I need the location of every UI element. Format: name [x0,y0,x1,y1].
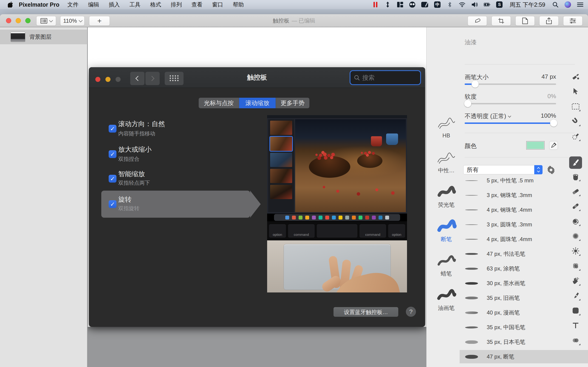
brush-row[interactable]: 47 px, 书法毛笔 [460,247,588,261]
brush-row[interactable]: 35 px, 中国毛笔 [460,321,588,334]
pause-icon[interactable] [372,1,379,8]
adjustments-button[interactable] [563,16,582,26]
divider [465,157,575,157]
brush-row[interactable]: 35 px, 日本毛笔 [460,335,588,349]
new-document-button[interactable] [515,16,535,26]
text-tool[interactable] [571,320,581,331]
display-app-icon[interactable] [421,2,428,7]
close-button[interactable] [6,18,11,23]
brush-row-selected[interactable]: 47 px, 断笔 [460,350,588,363]
opacity-value: 100% [510,112,556,119]
warp-tool[interactable] [571,276,581,286]
effects-tool[interactable] [571,335,581,345]
siri-icon[interactable] [565,1,571,8]
gesture-video-preview: option command command option [267,115,407,292]
annotate-button[interactable] [468,16,487,26]
key-command: command [359,224,386,238]
slider-knob[interactable] [550,119,557,127]
menu-view[interactable]: 查看 [187,1,207,8]
brush-category-broken-pen[interactable]: 断笔 [432,219,460,243]
canvas-area[interactable]: 触控板 搜索 光标与点按 滚动缩放 更多手势 ✓ 滚动方向：自然 内容随手指移动… [87,27,426,367]
tab-more-gestures: 更多手势 [276,98,309,108]
color-adjust-tool[interactable] [571,261,581,271]
menu-window[interactable]: 窗口 [207,1,228,8]
owl-app-icon[interactable] [409,2,415,8]
apple-menu[interactable] [8,2,13,8]
layer-label: 背景图层 [29,33,52,41]
brush-row[interactable]: 3 px, 圆珠笔 .3mm [460,218,588,231]
color-replace-tool[interactable] [571,72,581,82]
magnetic-select-tool[interactable] [571,116,581,126]
spark-app-icon[interactable]: S [496,1,502,8]
brush-row[interactable]: 5 px, 中性笔 .5 mm [460,177,588,187]
minimize-button[interactable] [16,18,21,23]
softness-slider[interactable] [465,103,556,104]
pencil-scribble-icon [436,150,457,165]
color-swatch[interactable] [526,141,545,150]
paint-tool[interactable] [569,156,582,169]
brush-filter-select[interactable]: 所有 [463,165,543,174]
updown-arrow-icon[interactable] [384,1,391,8]
view-options-button[interactable] [36,16,56,26]
brush-size-slider[interactable] [465,83,556,85]
input-source-icon[interactable]: 中 [434,1,441,8]
repair-tool[interactable] [571,201,581,211]
notification-center-icon[interactable] [577,1,583,8]
fullscreen-button[interactable] [25,18,31,23]
window-layout-icon[interactable] [397,1,403,8]
brush-row[interactable]: 30 px, 墨水画笔 [460,277,588,290]
sidebar-view-icon [40,18,47,24]
brush-category-neutral[interactable]: 中性… [432,150,460,174]
slider-knob[interactable] [472,81,479,88]
brush-row[interactable]: 35 px, 旧画笔 [460,291,588,305]
video-photo-sidebar [268,119,294,212]
tab-point-click: 光标与点按 [199,98,239,108]
brush-row[interactable]: 3 px, 钢珠笔 .3mm [460,189,588,202]
eyedropper-button[interactable] [549,141,558,150]
brush-category-hb[interactable]: HB [432,116,460,139]
shape-tool[interactable] [571,306,581,316]
brush-row[interactable]: 40 px, 漫画笔 [460,306,588,319]
add-button[interactable]: + [89,16,110,26]
menu-help[interactable]: 帮助 [228,1,249,8]
brush-settings-button[interactable] [547,166,555,175]
wifi-icon[interactable] [459,1,465,8]
volume-icon[interactable] [471,1,478,8]
menu-file[interactable]: 文件 [62,1,83,8]
rect-select-tool[interactable] [571,101,581,111]
menu-bar-clock[interactable]: 周五 下午2:59 [509,1,546,8]
menu-format[interactable]: 格式 [145,1,166,8]
share-button[interactable] [539,16,559,26]
soften-tool[interactable] [571,231,581,241]
menu-edit[interactable]: 编辑 [83,1,104,8]
menu-arrange[interactable]: 排列 [166,1,187,8]
new-document-icon [522,17,528,24]
brush-filter-value: 所有 [464,166,535,174]
brush-category-crayon[interactable]: 蜡笔 [432,253,460,277]
arrange-tool[interactable] [571,86,581,97]
smart-select-tool[interactable] [571,131,581,141]
fill-tool[interactable] [571,171,581,181]
layer-row-background[interactable]: 背景图层 [0,30,87,44]
spotlight-icon[interactable] [552,1,559,8]
menu-tools[interactable]: 工具 [124,1,145,8]
brush-category-oil[interactable]: 油画笔 [432,288,460,312]
brush-row[interactable]: 4 px, 钢珠笔 .4mm [460,203,588,217]
video-dock [274,214,400,221]
bluetooth-icon[interactable] [447,1,453,8]
lighten-tool[interactable] [571,246,581,256]
brush-row[interactable]: 4 px, 圆珠笔 .4mm [460,233,588,246]
zoom-level-button[interactable]: 110% [60,16,85,26]
clone-tool[interactable] [571,216,581,226]
pen-tool[interactable] [571,291,581,301]
key-command: command [288,224,315,238]
brush-row[interactable]: 63 px, 涂鸦笔 [460,262,588,275]
opacity-slider[interactable] [465,123,556,124]
menu-insert[interactable]: 插入 [104,1,124,8]
slider-knob[interactable] [464,100,471,107]
battery-icon[interactable] [484,1,490,8]
brush-category-highlighter[interactable]: 荧光笔 [432,185,460,209]
erase-tool[interactable] [571,186,581,196]
active-app-name[interactable]: Pixelmator Pro [19,1,59,8]
crop-button[interactable] [492,16,511,26]
